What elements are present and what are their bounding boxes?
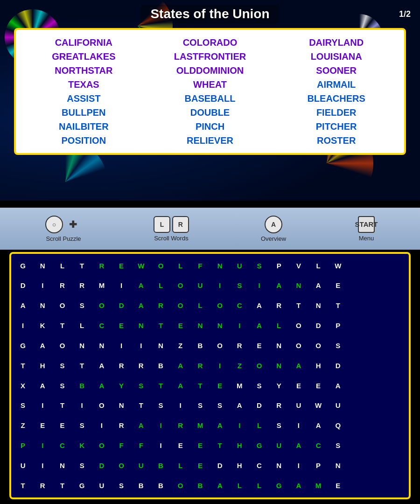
a-button[interactable]: A [265,216,282,233]
ws-cell [368,455,387,475]
ws-cell: I [112,336,131,355]
ws-cell: U [92,476,112,495]
ws-cell: I [249,276,269,295]
ws-cell: K [33,315,52,335]
menu-icons: START [358,216,375,233]
word-item: OLDDOMINION [176,64,244,77]
ws-cell: N [289,276,308,295]
ws-cell [348,336,367,355]
word-item: ASSIST [67,92,100,105]
ws-cell: I [13,315,33,335]
ws-cell: R [171,416,190,435]
ws-cell: T [13,476,33,495]
ws-cell: E [112,256,131,275]
ws-cell: L [190,296,210,315]
overview-icons: A [265,216,282,233]
word-list-panel: CALIFORNIAGREATLAKESNORTHSTARTEXASASSIST… [14,28,406,155]
ws-cell: I [151,416,170,435]
ws-cell: I [289,455,308,475]
overview-label: Overview [261,235,286,242]
ws-cell: S [328,435,348,455]
ws-cell: E [33,416,52,435]
ws-cell: G [269,476,289,495]
l-button[interactable]: L [154,216,170,233]
ws-cell [348,396,367,415]
ws-cell: S [52,376,72,395]
ws-cell [348,296,367,315]
ws-cell: A [92,356,112,375]
scroll-puzzle-label: Scroll Puzzle [46,235,81,242]
ws-cell: U [230,256,249,275]
ws-cell: R [190,356,210,375]
ws-cell: H [230,435,249,455]
word-item: ROSTER [317,134,356,147]
ws-cell: I [289,416,308,435]
scroll-words-control[interactable]: L R Scroll Words [154,216,189,242]
ws-cell: R [269,296,289,315]
ws-cell: M [92,276,112,295]
ws-cell: M [308,476,328,495]
ws-cell: T [210,435,230,455]
ws-cell: D [92,455,112,475]
ws-cell: L [230,476,249,495]
scroll-puzzle-icons: ○ ✚ [45,216,82,233]
ws-cell: I [72,396,92,415]
word-item: LASTFRONTIER [174,50,246,63]
ws-cell: N [190,315,210,335]
ws-cell: T [328,296,348,315]
ws-cell: T [52,315,72,335]
r-button[interactable]: R [172,216,189,233]
ws-cell [387,356,407,375]
ws-cell: N [269,455,289,475]
ws-cell: I [33,276,52,295]
ws-cell: N [92,336,112,355]
ws-cell: A [249,296,269,315]
ws-cell: O [52,336,72,355]
ws-cell [387,256,407,275]
ws-cell: A [131,276,151,295]
ws-cell: Y [112,376,131,395]
word-item: NAILBITER [59,120,109,133]
start-button[interactable]: START [358,216,375,233]
ws-cell: L [171,455,190,475]
ws-cell: G [13,256,33,275]
ws-cell: F [190,256,210,275]
circle-button[interactable]: ○ [45,216,63,233]
ws-cell: O [210,296,230,315]
ws-cell: I [33,435,52,455]
plus-button[interactable]: ✚ [65,216,82,233]
ws-cell: A [33,336,52,355]
menu-label: Menu [359,235,374,242]
ws-cell [348,315,367,335]
word-item: GREATLAKES [52,50,115,63]
ws-cell: L [151,276,170,295]
ws-cell: I [33,455,52,475]
ws-cell: M [230,376,249,395]
ws-cell: T [13,356,33,375]
ws-cell: O [52,296,72,315]
overview-control[interactable]: A Overview [261,216,286,242]
scroll-puzzle-control[interactable]: ○ ✚ Scroll Puzzle [45,216,82,242]
ws-cell: I [33,396,52,415]
ws-cell: A [289,356,308,375]
ws-cell: I [151,435,170,455]
ws-cell: W [328,256,348,275]
ws-cell: P [308,455,328,475]
ws-cell: N [210,315,230,335]
ws-cell: S [72,455,92,475]
ws-cell: A [289,476,308,495]
ws-cell: I [230,315,249,335]
ws-cell: N [72,336,92,355]
ws-cell: O [249,356,269,375]
ws-cell: U [269,435,289,455]
ws-cell: E [171,315,190,335]
menu-control[interactable]: START Menu [358,216,375,242]
ws-cell: W [131,256,151,275]
ws-cell [348,276,367,295]
ws-cell: U [289,396,308,415]
ws-cell: H [308,356,328,375]
ws-cell: N [33,256,52,275]
ws-cell: B [151,356,170,375]
ws-cell: N [33,296,52,315]
ws-cell: A [171,356,190,375]
